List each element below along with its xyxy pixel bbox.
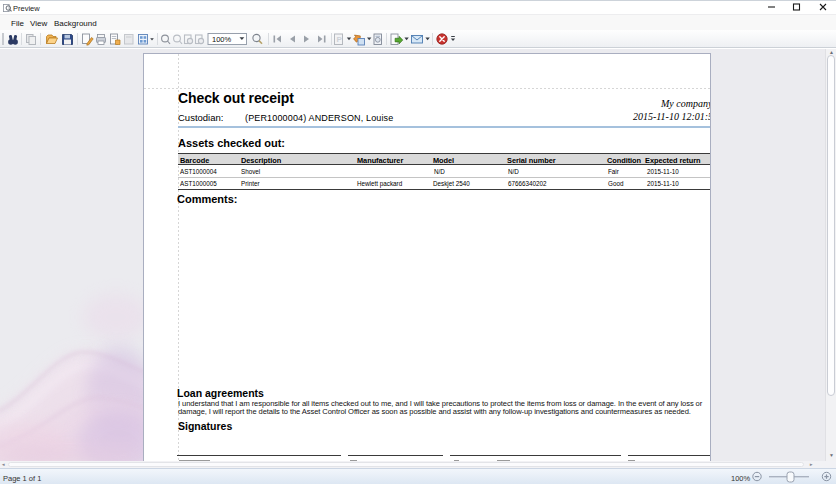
svg-text:P: P: [336, 35, 342, 44]
svg-text:100%: 100%: [212, 35, 232, 44]
